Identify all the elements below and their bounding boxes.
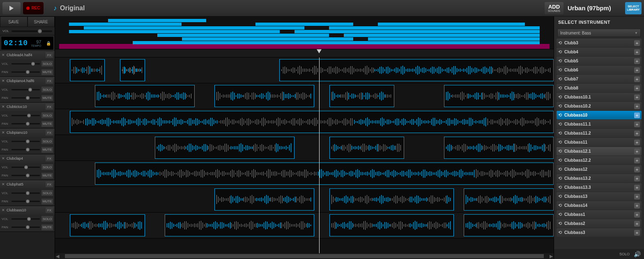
playhead-marker[interactable] — [317, 49, 322, 54]
audio-clip[interactable] — [214, 85, 314, 107]
audio-clip[interactable] — [165, 214, 314, 236]
sound-item[interactable]: ⟲Clubbass11.2+ — [557, 129, 642, 138]
sound-item[interactable]: ⟲Clubbass3+ — [557, 228, 642, 237]
mute-button[interactable]: MUTE — [41, 173, 53, 179]
sound-item[interactable]: ⟲Clubb6+ — [557, 66, 642, 74]
add-sound-button[interactable]: + — [634, 40, 640, 46]
lock-icon[interactable]: 🔒 — [46, 41, 51, 46]
mute-button[interactable]: MUTE — [41, 121, 53, 127]
add-sound-button[interactable]: + — [634, 212, 640, 218]
slider-knob[interactable] — [26, 70, 30, 74]
sound-item[interactable]: ⟲Clubbass1+ — [557, 210, 642, 219]
fx-button[interactable]: FX — [46, 181, 53, 187]
overview-clip[interactable] — [329, 26, 540, 30]
slider-knob[interactable] — [27, 114, 31, 117]
scroll-left-arrow[interactable]: ◀ — [55, 254, 60, 259]
solo-button[interactable]: SOLO — [41, 138, 53, 144]
audio-clip[interactable] — [329, 214, 454, 236]
track-remove-button[interactable]: ✕ — [2, 208, 5, 212]
track-lane[interactable] — [55, 213, 554, 238]
overview-clip[interactable] — [368, 37, 540, 41]
mute-button[interactable]: MUTE — [41, 225, 53, 230]
pan-slider[interactable] — [12, 97, 40, 99]
scroll-thumb[interactable] — [65, 254, 544, 258]
track-remove-button[interactable]: ✕ — [2, 53, 5, 57]
sound-item[interactable]: ⟲Clubbass13.2+ — [557, 174, 642, 183]
sound-item[interactable]: ⟲Clubbass11+ — [557, 138, 642, 147]
slider-knob[interactable] — [38, 29, 42, 33]
audio-clip[interactable] — [329, 188, 454, 211]
audio-clip[interactable] — [120, 59, 145, 81]
overview-clip[interactable] — [69, 30, 280, 33]
add-sound-button[interactable]: + — [634, 176, 640, 181]
overview-clip[interactable] — [84, 26, 304, 30]
slider-knob[interactable] — [28, 88, 32, 92]
fx-button[interactable]: FX — [46, 78, 53, 84]
instrument-select[interactable]: Instrument: Bass ▼ — [557, 29, 641, 37]
fx-button[interactable]: FX — [46, 207, 53, 213]
add-sound-button[interactable]: + — [634, 67, 640, 73]
solo-button[interactable]: SOLO — [41, 216, 53, 222]
sound-item[interactable]: ⟲Clubbass12+ — [557, 165, 642, 174]
add-sound-button[interactable]: + — [634, 185, 640, 190]
sound-item[interactable]: ⟲Clubb4+ — [557, 48, 642, 56]
vol-slider[interactable] — [12, 63, 40, 64]
audio-clip[interactable] — [464, 214, 554, 236]
vol-slider[interactable] — [12, 218, 40, 220]
audio-clip[interactable] — [279, 59, 554, 81]
pan-slider[interactable] — [12, 149, 40, 150]
slider-knob[interactable] — [26, 96, 30, 100]
slider-knob[interactable] — [26, 174, 30, 177]
track-remove-button[interactable]: ✕ — [2, 131, 5, 135]
add-sound-button[interactable]: + — [634, 112, 640, 118]
overview-clip[interactable] — [255, 23, 354, 26]
audio-clip[interactable] — [444, 85, 554, 107]
audio-clip[interactable] — [70, 59, 105, 81]
slider-knob[interactable] — [27, 217, 31, 221]
sound-item[interactable]: ⟲Clubb7+ — [557, 75, 642, 83]
overview-clip[interactable] — [108, 19, 206, 22]
audio-clip[interactable] — [329, 137, 404, 159]
save-button[interactable]: SAVE — [0, 16, 28, 27]
audio-clip[interactable] — [70, 111, 554, 133]
sound-item[interactable]: ⟲Clubbass11.1+ — [557, 120, 642, 128]
mute-button[interactable]: MUTE — [41, 199, 53, 204]
solo-button[interactable]: SOLO — [41, 87, 53, 92]
add-sound-button[interactable]: + — [634, 94, 640, 100]
solo-button[interactable]: SOLO — [41, 190, 53, 196]
track-lane[interactable] — [55, 83, 554, 109]
sound-item[interactable]: ⟲Clubbass10+ — [557, 111, 642, 119]
sound-item[interactable]: ⟲Clubbass10.1+ — [557, 93, 642, 101]
audio-clip[interactable] — [444, 137, 554, 159]
fx-button[interactable]: FX — [46, 156, 53, 161]
vol-slider[interactable] — [12, 141, 40, 142]
track-lane[interactable] — [55, 135, 554, 161]
add-sound-button[interactable]: + — [634, 203, 640, 209]
pan-slider[interactable] — [12, 175, 40, 176]
pan-slider[interactable] — [12, 201, 40, 202]
track-remove-button[interactable]: ✕ — [2, 79, 5, 83]
mute-button[interactable]: MUTE — [41, 69, 53, 75]
overview-clip[interactable] — [294, 30, 540, 33]
sound-item[interactable]: ⟲Clubbass13.3+ — [557, 183, 642, 192]
add-sound-button[interactable]: + — [634, 121, 640, 127]
solo-button[interactable]: SOLO — [41, 112, 53, 118]
add-sound-button[interactable]: + — [634, 131, 640, 136]
play-button[interactable] — [2, 2, 21, 14]
slider-knob[interactable] — [26, 148, 30, 151]
slider-knob[interactable] — [26, 140, 30, 143]
add-sound-button[interactable]: + — [634, 76, 640, 82]
add-sound-button[interactable]: + — [634, 85, 640, 91]
add-sound-button[interactable]: + — [634, 49, 640, 55]
audio-clip[interactable] — [95, 85, 195, 107]
add-sound-button[interactable]: + — [634, 158, 640, 163]
mute-button[interactable]: MUTE — [41, 95, 53, 101]
master-vol-slider[interactable] — [12, 30, 52, 32]
sound-item[interactable]: ⟲Clubb8+ — [557, 84, 642, 92]
vol-slider[interactable] — [12, 167, 40, 168]
vol-slider[interactable] — [12, 89, 40, 90]
slider-knob[interactable] — [26, 199, 30, 203]
overview-clip[interactable] — [344, 34, 540, 37]
track-lane[interactable] — [55, 109, 554, 135]
sound-item[interactable]: ⟲Clubbass12.2+ — [557, 156, 642, 165]
